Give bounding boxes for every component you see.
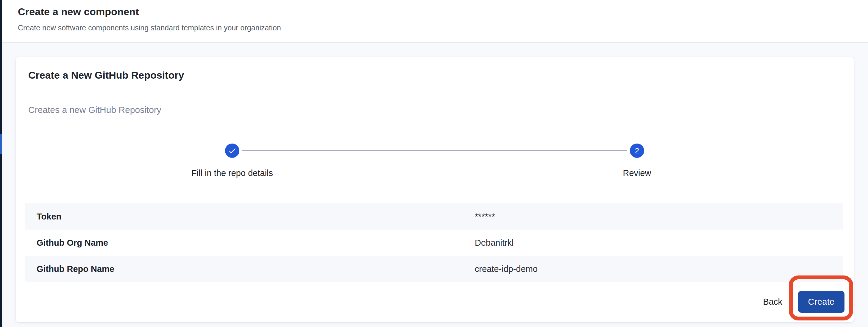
collapsed-sidebar-strip[interactable]: [0, 0, 2, 327]
step-completed-check-icon: [225, 144, 239, 158]
row-label: Github Org Name: [25, 238, 475, 248]
row-label: Token: [25, 212, 475, 221]
step-number: 2: [635, 146, 639, 155]
stepper-connector: [242, 150, 627, 151]
row-label: Github Repo Name: [25, 264, 475, 274]
page-subtitle: Create new software components using sta…: [18, 23, 868, 33]
row-value: create-idp-demo: [475, 264, 843, 274]
card-title: Create a New GitHub Repository: [28, 68, 184, 82]
table-row-token: Token ******: [25, 203, 843, 230]
card-actions: Back Create: [762, 291, 844, 313]
table-row-github-repo-name: Github Repo Name create-idp-demo: [25, 256, 843, 282]
sidebar-active-indicator: [0, 134, 2, 154]
app-root: Create a new component Create new softwa…: [0, 0, 868, 327]
page-title: Create a new component: [18, 5, 868, 19]
step-label: Review: [533, 167, 741, 179]
create-button[interactable]: Create: [798, 291, 844, 313]
review-table: Token ****** Github Org Name Debanitrkl …: [25, 203, 843, 282]
template-card: Create a New GitHub Repository Creates a…: [16, 57, 854, 322]
row-value: Debanitrkl: [475, 238, 843, 248]
card-subtitle: Creates a new GitHub Repository: [28, 103, 161, 116]
back-button[interactable]: Back: [762, 297, 784, 307]
table-row-github-org-name: Github Org Name Debanitrkl: [25, 230, 843, 256]
step-label: Fill in the repo details: [128, 167, 336, 179]
row-value: ******: [475, 212, 843, 221]
page-header: Create a new component Create new softwa…: [2, 0, 868, 42]
step-number-icon: 2: [630, 144, 644, 158]
